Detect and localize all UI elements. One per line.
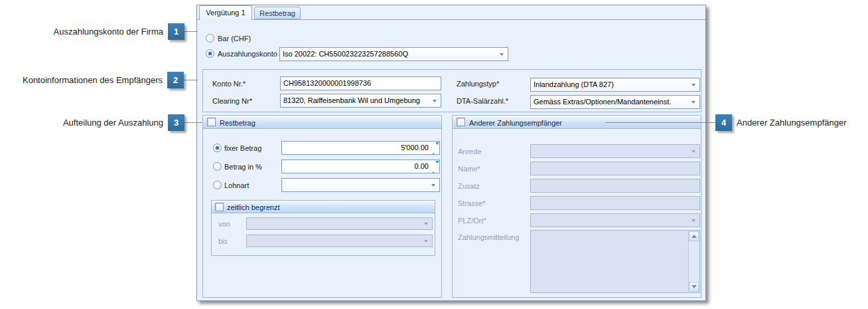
annotation-connector-1 [184, 31, 198, 32]
clearing-nr-label: Clearing Nr* [212, 96, 252, 106]
strasse-label: Strasse* [458, 199, 486, 208]
annotation-label-1: Auszahlungskonto der Firma [0, 23, 163, 40]
dta-salaerzahl-value: Gemäss Extras/Optionen/Mandanteneinst. [534, 98, 671, 106]
bis-label: bis [218, 237, 228, 246]
scroll-down-icon [691, 285, 697, 288]
annotation-badge-1: 1 [168, 23, 184, 40]
scroll-down-button[interactable] [689, 282, 699, 292]
annotation-badge-4: 4 [715, 114, 732, 131]
fixer-betrag-radio[interactable] [213, 144, 222, 152]
strasse-input [530, 196, 700, 210]
zeitlich-begrenzt-group: zeitlich begrenzt von bis [211, 200, 435, 256]
fixer-betrag-spinner[interactable]: 5'000.00 [281, 141, 440, 155]
payment-panel: Vergütung 1 Restbetrag Bar (CHF) Auszahl… [196, 5, 706, 301]
chevron-down-icon [424, 240, 428, 243]
tab-verguetung-1[interactable]: Vergütung 1 [199, 5, 252, 20]
spin-down-icon[interactable] [435, 142, 439, 153]
zeitlich-begrenzt-checkbox[interactable] [215, 203, 224, 211]
annotation-connector-4 [605, 122, 715, 123]
auszahlungskonto-radio[interactable] [206, 49, 214, 58]
chevron-down-icon [691, 219, 695, 222]
chevron-down-icon [691, 84, 695, 86]
annotation-badge-2: 2 [167, 72, 184, 88]
scrollbar[interactable] [688, 231, 699, 292]
zahlungstyp-value: Inlandzahlung (DTA 827) [534, 80, 614, 88]
zahlungstyp-label: Zahlungstyp* [457, 79, 499, 88]
annotation-connector-2 [184, 80, 198, 80]
spinner-buttons[interactable] [431, 143, 437, 155]
chevron-down-icon [691, 150, 695, 153]
von-select [246, 217, 433, 230]
lohnart-select[interactable] [281, 178, 440, 192]
anderer-zahlungsempfaenger-group: Anderer Zahlungsempfänger Anrede Name* Z… [452, 115, 701, 298]
bis-select [246, 235, 433, 247]
tab-strip [197, 19, 705, 20]
konto-nr-value: CH9581320000001998736 [283, 79, 371, 87]
anrede-label: Anrede [458, 147, 481, 156]
recipient-account-group: Konto Nr.* CH9581320000001998736 Clearin… [202, 69, 701, 112]
zusatz-label: Zusatz [458, 181, 480, 191]
clearing-nr-value: 81320, Raiffeisenbank Wil und Umgebung [283, 96, 420, 104]
plz-ort-select [530, 213, 700, 227]
spinner-buttons[interactable] [431, 161, 437, 173]
betrag-prozent-radio[interactable] [213, 162, 222, 171]
chevron-down-icon [433, 100, 437, 102]
bar-chf-label: Bar (CHF) [218, 34, 251, 43]
restbetrag-checkbox[interactable] [207, 118, 216, 126]
lohnart-radio[interactable] [213, 181, 222, 189]
zusatz-input [530, 179, 700, 193]
betrag-prozent-label: Betrag in % [224, 162, 262, 171]
dta-salaerzahl-label: DTA-Salärzahl.* [457, 96, 508, 106]
chevron-down-icon [500, 53, 504, 56]
chevron-down-icon [424, 223, 428, 225]
scroll-up-icon [691, 235, 697, 238]
annotation-badge-3: 3 [168, 114, 184, 131]
spin-down-icon[interactable] [435, 161, 439, 171]
annotation-label-2: Kontoinformationen des Empfängers [0, 72, 163, 88]
von-label: von [218, 219, 230, 229]
annotation-label-3: Aufteilung der Auszahlung [0, 114, 163, 131]
chevron-down-icon [691, 101, 695, 104]
name-label: Name* [458, 164, 480, 173]
plz-ort-label: PLZ/Ort* [458, 216, 486, 225]
zahlungsmitteilung-label: Zahlungsmitteilung [458, 233, 519, 242]
auszahlungskonto-value: Iso 20022: CH550023223257288560Q [283, 50, 408, 58]
name-input [530, 161, 700, 175]
chevron-down-icon [431, 184, 435, 187]
anrede-select [530, 144, 700, 158]
restbetrag-title: Restbetrag [220, 118, 255, 128]
zeitlich-begrenzt-title: zeitlich begrenzt [227, 203, 280, 212]
annotation-label-4: Anderer Zahlungsempfänger [737, 114, 867, 131]
annotation-connector-3 [184, 122, 202, 123]
konto-nr-input[interactable]: CH9581320000001998736 [280, 76, 441, 90]
zahlungstyp-select[interactable]: Inlandzahlung (DTA 827) [530, 78, 700, 92]
anderer-zahlungsempfaenger-title: Anderer Zahlungsempfänger [469, 118, 562, 128]
clearing-nr-select[interactable]: 81320, Raiffeisenbank Wil und Umgebung [280, 94, 441, 108]
dta-salaerzahl-select[interactable]: Gemäss Extras/Optionen/Mandanteneinst. [530, 95, 700, 109]
tab-restbetrag[interactable]: Restbetrag [254, 7, 301, 19]
fixer-betrag-label: fixer Betrag [224, 144, 261, 153]
konto-nr-label: Konto Nr.* [212, 79, 246, 88]
betrag-prozent-spinner[interactable]: 0.00 [281, 159, 440, 173]
zahlungsmitteilung-textarea [530, 230, 700, 293]
betrag-prozent-value: 0.00 [285, 160, 429, 173]
auszahlungskonto-select[interactable]: Iso 20022: CH550023223257288560Q [279, 47, 508, 61]
anderer-zahlungsempfaenger-checkbox[interactable] [457, 118, 465, 126]
fixer-betrag-value: 5'000.00 [285, 142, 429, 154]
auszahlungskonto-label: Auszahlungskonto [218, 49, 277, 58]
restbetrag-group: Restbetrag fixer Betrag 5'000.00 Betrag … [202, 115, 442, 298]
scroll-up-button[interactable] [689, 231, 699, 241]
bar-chf-radio[interactable] [206, 34, 214, 43]
lohnart-label: Lohnart [224, 181, 249, 190]
